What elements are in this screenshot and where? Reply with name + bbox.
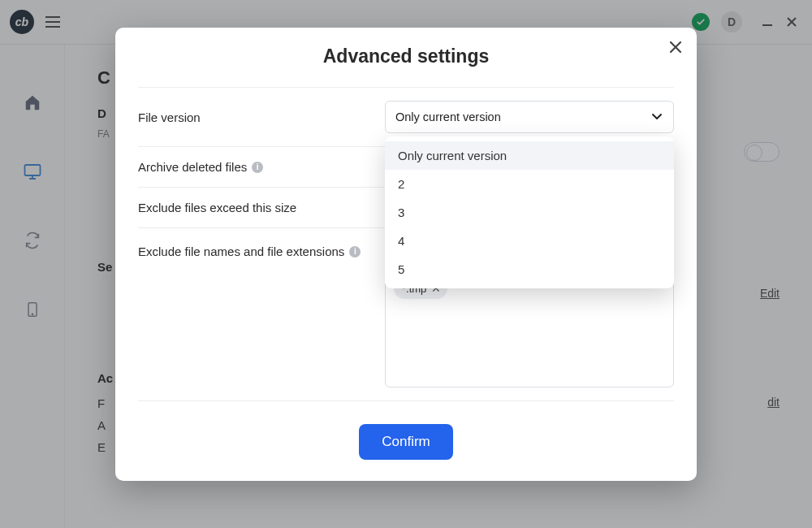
file-version-option[interactable]: 3 (385, 198, 674, 227)
row-file-version: File version Only current version Only c… (138, 87, 674, 146)
file-version-dropdown: Only current version2345 (385, 136, 674, 288)
close-icon[interactable] (669, 39, 682, 58)
file-version-select[interactable]: Only current version (385, 101, 674, 133)
label-archive-deleted: Archive deleted files i (138, 160, 263, 174)
file-version-option[interactable]: 4 (385, 227, 674, 255)
info-icon[interactable]: i (349, 246, 361, 258)
file-version-option[interactable]: 2 (385, 170, 674, 198)
modal-title: Advanced settings (138, 45, 674, 67)
label-archive-deleted-text: Archive deleted files (138, 160, 247, 174)
file-version-option[interactable]: Only current version (385, 141, 674, 170)
chevron-down-icon (650, 110, 663, 125)
label-exclude-names-text: Exclude file names and file extensions (138, 245, 344, 258)
info-icon[interactable]: i (252, 162, 263, 173)
label-exclude-size: Exclude files exceed this size (138, 201, 296, 214)
label-exclude-names: Exclude file names and file extensions i (138, 241, 361, 258)
app-root: cb D C D FA Se (0, 0, 812, 528)
file-version-select-wrap: Only current version Only current versio… (385, 101, 674, 133)
confirm-button[interactable]: Confirm (359, 424, 453, 460)
label-file-version: File version (138, 110, 201, 124)
advanced-settings-modal: Advanced settings File version Only curr… (115, 28, 697, 481)
file-version-value: Only current version (395, 110, 501, 123)
modal-overlay: Advanced settings File version Only curr… (0, 0, 812, 528)
file-version-option[interactable]: 5 (385, 255, 674, 283)
